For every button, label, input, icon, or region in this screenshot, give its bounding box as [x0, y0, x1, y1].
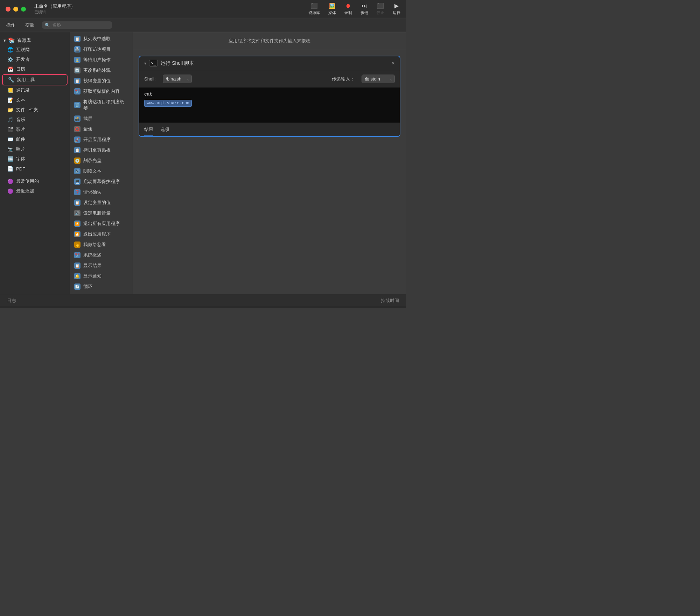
sidebar-item-internet[interactable]: 🌐 互联网	[2, 45, 68, 55]
action-show-me[interactable]: 👆 我做给您看	[70, 239, 133, 250]
sidebar-item-fonts[interactable]: 🔤 字体	[2, 154, 68, 164]
collapse-icon[interactable]: ▾	[144, 61, 146, 66]
action-speak[interactable]: 🔊 朗读文本	[70, 166, 133, 176]
shell-select-wrapper: /bin/zsh /bin/bash /bin/sh	[163, 75, 192, 83]
system-info-icon: ✂️	[74, 252, 80, 258]
action-trash[interactable]: 🗑️ 将访达项目移到废纸篓	[70, 97, 133, 113]
sidebar-item-pdf[interactable]: 📄 PDF	[2, 164, 68, 174]
tab-results[interactable]: 结果	[144, 126, 153, 136]
sidebar-item-photos[interactable]: 📷 照片	[2, 144, 68, 154]
right-panel: 应用程序将文件和文件夹作为输入来接收 ▾ >_ 运行 Shell 脚本 × Sh…	[133, 32, 406, 294]
action-focus[interactable]: ⭕ 聚焦	[70, 124, 133, 134]
pass-label: 传递输入：	[332, 76, 355, 82]
resources-button[interactable]: ⬛ 资源库	[308, 3, 320, 15]
window-subtitle: 已编辑	[34, 9, 75, 15]
record-button[interactable]: ⏺ 录制	[344, 3, 352, 15]
run-icon: ▶	[393, 3, 400, 9]
action-clipboard[interactable]: ✂️ 获取剪贴板的内容	[70, 86, 133, 97]
shell-select[interactable]: /bin/zsh /bin/bash /bin/sh	[163, 75, 192, 83]
sidebar-item-files[interactable]: 📁 文件...件夹	[2, 105, 68, 115]
step-icon: ⏭	[360, 3, 368, 9]
utilities-icon: 🔧	[8, 77, 14, 83]
shell-tabs: 结果 选项	[139, 122, 400, 136]
loop-icon: 🔄	[74, 284, 80, 290]
sidebar-item-music[interactable]: 🎵 音乐	[2, 115, 68, 125]
action-confirm[interactable]: ❓ 请求确认	[70, 187, 133, 197]
shell-editor[interactable]: cat www.aqi.share.com	[139, 88, 400, 122]
music-icon: 🎵	[7, 117, 13, 123]
sidebar-item-most-used[interactable]: 🟣 最常使用的	[2, 176, 68, 186]
action-set-var[interactable]: 📋 设定变量的值	[70, 197, 133, 208]
action-change-appearance[interactable]: 🔄 更改系统外观	[70, 65, 133, 76]
quit-app-icon: ⏏️	[74, 231, 80, 237]
sidebar-item-calendar[interactable]: 📅 日历	[2, 64, 68, 74]
close-card-button[interactable]: ×	[392, 60, 395, 66]
show-notif-icon: 🔔	[74, 273, 80, 279]
stop-button[interactable]: ⬛ 停止	[377, 3, 384, 15]
movies-icon: 🎬	[7, 126, 13, 133]
action-loop[interactable]: 🔄 循环	[70, 281, 133, 292]
action-list-from-list[interactable]: 📋 从列表中选取	[70, 34, 133, 44]
maximize-button[interactable]	[21, 7, 26, 12]
show-me-icon: 👆	[74, 241, 80, 248]
set-var-icon: 📋	[74, 200, 80, 206]
action-screensaver[interactable]: 🖥️ 启动屏幕保护程序	[70, 176, 133, 187]
search-icon: 🔍	[45, 23, 50, 28]
sidebar-item-movies[interactable]: 🎬 影片	[2, 125, 68, 134]
sidebar-section-header[interactable]: ▾ 📚 资源库	[0, 35, 70, 45]
step-button[interactable]: ⏭ 步进	[360, 3, 368, 15]
action-open-app[interactable]: 🚀 开启应用程序	[70, 134, 133, 145]
show-results-icon: 📋	[74, 262, 80, 269]
sidebar-item-developer[interactable]: ⚙️ 开发者	[2, 55, 68, 64]
calendar-icon: 📅	[7, 66, 13, 72]
sidebar-item-text[interactable]: 📝 文本	[2, 95, 68, 105]
action-quit-app[interactable]: ⏏️ 退出应用程序	[70, 229, 133, 239]
action-hide-all[interactable]: 👁️ 隐藏所有应用程序	[70, 292, 133, 294]
action-wait[interactable]: ⏳ 等待用户操作	[70, 55, 133, 65]
minimize-button[interactable]	[13, 7, 18, 12]
title-area: 未命名（应用程序） 已编辑	[34, 3, 75, 15]
action-show-notification[interactable]: 🔔 显示通知	[70, 271, 133, 281]
shell-card: ▾ >_ 运行 Shell 脚本 × Shell: /bin/zsh /bin/…	[139, 56, 400, 137]
sidebar-item-recent[interactable]: 🟣 最近添加	[2, 186, 68, 196]
most-used-icon: 🟣	[7, 178, 13, 184]
action-get-var[interactable]: 📋 获得变量的值	[70, 76, 133, 86]
actions-list: 📋 从列表中选取 🖨️ 打印访达项目 ⏳ 等待用户操作 🔄 更改系统外观 📋 获…	[70, 32, 133, 294]
operate-button[interactable]: 操作	[4, 21, 18, 29]
bottom-info: 运行 Shell 脚本 此操作将执行一个 Unix shell 脚本。 输入：文…	[21, 307, 406, 308]
action-set-volume[interactable]: 🔊 设定电脑音量	[70, 208, 133, 218]
shell-label: Shell:	[144, 76, 156, 82]
action-print[interactable]: 🖨️ 打印访达项目	[70, 44, 133, 55]
sidebar-item-utilities[interactable]: 🔧 实用工具	[2, 74, 68, 85]
pass-select[interactable]: 至 stdin 作为自变量	[362, 75, 395, 83]
speak-icon: 🔊	[74, 168, 80, 174]
window-title: 未命名（应用程序）	[34, 3, 75, 9]
confirm-icon: ❓	[74, 189, 80, 195]
screenshot-icon: 📸	[74, 115, 80, 122]
action-quit-all[interactable]: ⏏️ 退出所有应用程序	[70, 218, 133, 229]
shell-fields: Shell: /bin/zsh /bin/bash /bin/sh 传递输入： …	[139, 70, 400, 88]
action-system-info[interactable]: ✂️ 系统概述	[70, 250, 133, 260]
from-list-icon: 📋	[74, 36, 80, 42]
main-layout: ▾ 📚 资源库 🌐 互联网 ⚙️ 开发者 📅 日历 🔧 实用工具 📒 通讯录 📝…	[0, 32, 406, 294]
files-icon: 📁	[7, 107, 13, 113]
action-show-results[interactable]: 📋 显示结果	[70, 260, 133, 271]
bottom-panel: >_ 运行 Shell 脚本 此操作将执行一个 Unix shell 脚本。 输…	[0, 307, 406, 308]
tab-options[interactable]: 选项	[160, 126, 169, 136]
action-screenshot[interactable]: 📸 截屏	[70, 113, 133, 124]
toolbar-buttons: ⬛ 资源库 🖼️ 媒体 ⏺ 录制 ⏭ 步进 ⬛ 停止 ▶ 运行	[308, 3, 400, 15]
action-copy-clipboard[interactable]: 📋 拷贝至剪贴板	[70, 145, 133, 155]
recent-icon: 🟣	[7, 188, 13, 194]
highlight-text: www.aqi.share.com	[144, 100, 192, 107]
sidebar-item-contacts[interactable]: 📒 通讯录	[2, 85, 68, 95]
action-burn[interactable]: 💿 刻录光盘	[70, 155, 133, 166]
media-button[interactable]: 🖼️ 媒体	[328, 3, 336, 15]
text-icon: 📝	[7, 97, 13, 103]
close-button[interactable]	[6, 7, 10, 12]
clipboard-icon: ✂️	[74, 88, 80, 94]
sidebar-item-mail[interactable]: ✉️ 邮件	[2, 134, 68, 144]
resources-icon: ⬛	[310, 3, 318, 9]
run-button[interactable]: ▶ 运行	[393, 3, 400, 15]
variables-button[interactable]: 变量	[23, 21, 36, 29]
search-input[interactable]	[52, 22, 109, 28]
